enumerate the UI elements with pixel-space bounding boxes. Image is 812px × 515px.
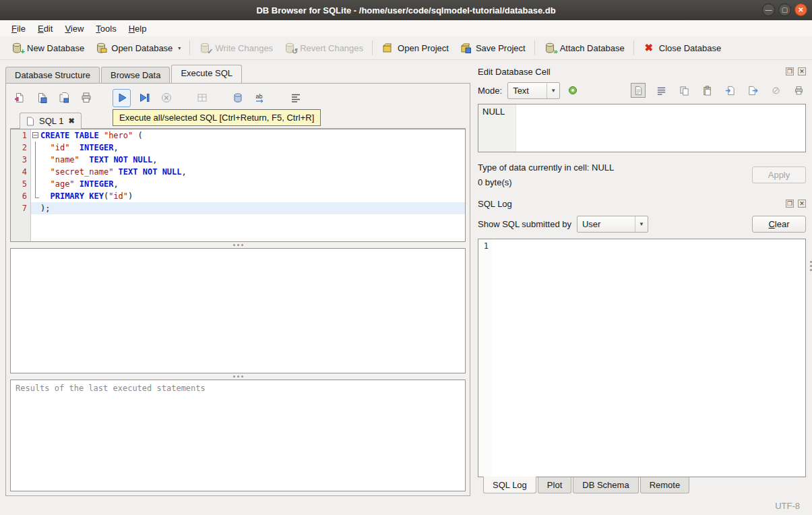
fold-marker <box>31 190 40 202</box>
format-sql-icon[interactable] <box>286 89 305 107</box>
menu-edit[interactable]: Edit <box>32 22 59 36</box>
encoding-indicator[interactable]: UTF-8 <box>775 501 800 511</box>
editor-line[interactable]: 6 PRIMARY KEY("id") <box>11 190 465 202</box>
editor-line[interactable]: 4 "secret_name" TEXT NOT NULL, <box>11 166 465 178</box>
splitter-handle[interactable] <box>10 242 466 248</box>
fold-marker <box>31 202 40 214</box>
minimize-icon[interactable]: — <box>762 3 775 16</box>
edit-cell-dock-header: Edit Database Cell ❐ ✕ <box>478 64 806 79</box>
sql-log-area[interactable]: 1 <box>478 239 806 477</box>
dock-float-icon[interactable]: ❐ <box>786 200 794 208</box>
write-changes-button: ✓ Write Changes <box>193 39 278 57</box>
fold-marker <box>31 154 40 166</box>
tab-execute-sql[interactable]: Execute SQL <box>171 65 242 83</box>
open-project-icon <box>381 42 394 54</box>
dock-close-icon[interactable]: ✕ <box>798 200 806 208</box>
menu-view[interactable]: View <box>59 22 90 36</box>
cell-value-editor[interactable]: NULL <box>478 104 806 152</box>
revert-changes-icon: ↺ <box>284 42 296 54</box>
code-text: ); <box>40 202 465 214</box>
print-icon[interactable] <box>791 83 806 98</box>
word-wrap-icon[interactable] <box>654 83 668 98</box>
code-text: PRIMARY KEY("id") <box>40 190 465 202</box>
line-number: 3 <box>11 154 31 166</box>
execute-line-icon[interactable] <box>135 89 153 107</box>
menu-file[interactable]: File <box>5 22 32 36</box>
close-icon[interactable]: ✕ <box>794 3 807 16</box>
tab-sql-log[interactable]: SQL Log <box>483 477 536 493</box>
dock-close-icon[interactable]: ✕ <box>798 67 806 75</box>
svg-text:ab: ab <box>255 93 262 100</box>
window-controls: — ▢ ✕ <box>762 3 807 16</box>
dock-float-icon[interactable]: ❐ <box>786 67 794 75</box>
editor-line[interactable]: 7); <box>11 202 465 214</box>
set-null-icon <box>768 83 783 98</box>
save-project-button[interactable]: Save Project <box>454 39 531 57</box>
close-database-label: Close Database <box>659 43 722 53</box>
editor-line[interactable]: 5 "age" INTEGER, <box>11 178 465 190</box>
main-tabs: Database Structure Browse Data Execute S… <box>5 65 473 83</box>
fold-marker <box>31 142 40 154</box>
write-changes-icon: ✓ <box>199 42 211 54</box>
editor-line[interactable]: 3 "name" TEXT NOT NULL, <box>11 154 465 166</box>
title-bar: DB Browser for SQLite - /home/user/code/… <box>0 0 812 20</box>
results-grid[interactable] <box>10 248 466 373</box>
open-project-button[interactable]: Open Project <box>376 39 454 57</box>
paste-icon[interactable] <box>699 83 714 98</box>
tab-database-structure[interactable]: Database Structure <box>5 67 100 83</box>
mode-label: Mode: <box>478 86 502 96</box>
tab-db-schema[interactable]: DB Schema <box>573 477 638 493</box>
sql-log-filter-label: Show SQL submitted by <box>478 219 571 229</box>
bottom-tabs: SQL Log Plot DB Schema Remote <box>478 477 806 496</box>
sql-log-filter-select[interactable]: User ▼ <box>577 216 648 233</box>
edit-cell-title: Edit Database Cell <box>478 67 786 77</box>
execute-all-icon[interactable] <box>113 89 131 107</box>
open-database-button[interactable]: Open Database ▾ <box>90 39 186 57</box>
attach-database-button[interactable]: » Attach Database <box>538 39 630 57</box>
toolbar-separator <box>189 40 190 55</box>
menu-help[interactable]: Help <box>123 22 153 36</box>
new-database-label: New Database <box>27 43 84 53</box>
sql-log-line-number: 1 <box>478 239 492 477</box>
mode-select[interactable]: Text ▼ <box>507 82 560 99</box>
clear-button[interactable]: Clear <box>752 216 806 233</box>
editor-line[interactable]: 1–CREATE TABLE "hero" ( <box>11 129 465 142</box>
editor-line[interactable]: 2 "id" INTEGER, <box>11 142 465 154</box>
print-icon[interactable] <box>77 89 95 107</box>
save-sql-file-as-icon[interactable] <box>55 89 73 107</box>
maximize-icon[interactable]: ▢ <box>778 3 791 16</box>
sql-editor-empty[interactable] <box>11 214 465 241</box>
save-sql-file-icon[interactable] <box>32 89 51 107</box>
sql-tab[interactable]: SQL 1 ✖ <box>20 113 82 129</box>
code-text: "name" TEXT NOT NULL, <box>40 154 465 166</box>
menu-tools[interactable]: Tools <box>90 22 122 36</box>
tab-browse-data[interactable]: Browse Data <box>101 67 170 83</box>
save-project-label: Save Project <box>476 43 526 53</box>
copy-icon[interactable] <box>677 83 691 98</box>
line-number: 5 <box>11 178 31 190</box>
text-view-icon[interactable] <box>631 83 646 98</box>
auto-detect-icon[interactable] <box>565 83 580 98</box>
sql-editor[interactable]: 1–CREATE TABLE "hero" (2 "id" INTEGER,3 … <box>10 129 466 242</box>
open-sql-file-icon[interactable] <box>10 89 28 107</box>
find-replace-icon[interactable]: ab <box>251 89 269 107</box>
import-icon[interactable] <box>722 83 737 98</box>
database-icon[interactable] <box>228 89 247 107</box>
sql-editor-lines: 1–CREATE TABLE "hero" (2 "id" INTEGER,3 … <box>11 129 465 214</box>
main-toolbar: + New Database Open Database ▾ ✓ Write C… <box>0 36 812 60</box>
sql-tab-close-icon[interactable]: ✖ <box>68 117 74 125</box>
tab-remote[interactable]: Remote <box>640 477 690 493</box>
attach-database-icon: » <box>544 42 556 54</box>
toolbar-separator <box>633 40 634 55</box>
execution-log[interactable]: Results of the last executed statements <box>10 380 466 491</box>
code-text: "age" INTEGER, <box>40 178 465 190</box>
tab-plot[interactable]: Plot <box>538 477 571 493</box>
cell-type-text: Type of data currently in cell: NULL <box>478 162 614 173</box>
close-database-button[interactable]: ✖ Close Database <box>637 39 727 57</box>
export-icon[interactable] <box>745 83 760 98</box>
new-database-button[interactable]: + New Database <box>5 39 90 57</box>
save-results-icon <box>193 89 211 107</box>
splitter-handle[interactable] <box>10 373 466 380</box>
chevron-down-icon[interactable]: ▾ <box>178 45 181 51</box>
fold-marker[interactable]: – <box>31 129 40 142</box>
